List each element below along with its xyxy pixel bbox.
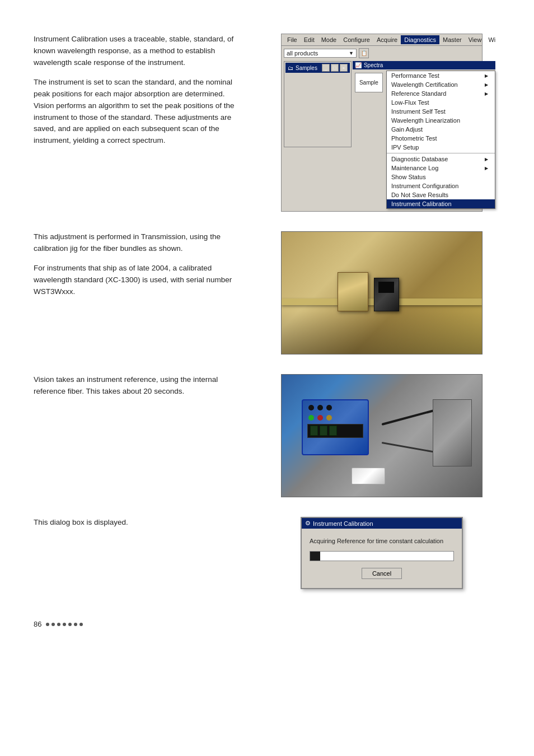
menu-item-photometric[interactable]: Photometric Test: [387, 134, 495, 143]
show-status-label: Show Status: [391, 174, 426, 180]
light-1: [308, 405, 314, 410]
dot-1: [46, 623, 49, 626]
product-combo[interactable]: all products ▼: [284, 49, 357, 58]
menu-view[interactable]: View: [465, 35, 485, 44]
menu-item-do-not-save[interactable]: Do Not Save Results: [387, 190, 495, 199]
wavelength-cert-arrow: ▶: [485, 82, 488, 87]
block-1-surface: [338, 273, 368, 311]
digit-1: [310, 426, 318, 436]
menu-file[interactable]: File: [284, 35, 301, 44]
light-6: [326, 415, 332, 421]
panel-display: [307, 424, 363, 438]
block-2-sensor: [374, 278, 399, 311]
section-1: Instrument Calibration uses a traceable,…: [34, 34, 500, 212]
page-number-row: 86: [34, 609, 500, 628]
white-device: [352, 468, 385, 484]
dialog-title-bar: ⚙ Instrument Calibration: [302, 518, 462, 529]
instrument-ref-image: [263, 374, 500, 497]
menu-item-low-flux[interactable]: Low-Flux Test: [387, 98, 495, 107]
panel-btn-restore[interactable]: □: [331, 64, 339, 72]
copy-icon-btn[interactable]: 📋: [359, 48, 369, 58]
menu-item-self-test[interactable]: Instrument Self Test: [387, 107, 495, 116]
menu-item-ipv[interactable]: IPV Setup: [387, 143, 495, 152]
samples-panel-title: 🗂 Samples _ □ ×: [285, 63, 350, 73]
combo-value: all products: [287, 50, 318, 57]
display-digits: [310, 426, 337, 436]
diagnostic-db-arrow: ▶: [485, 157, 488, 162]
sw-main-layout: 🗂 Samples _ □ ×: [284, 61, 480, 209]
menu-item-reference-standard[interactable]: Reference Standard ▶: [387, 89, 495, 98]
dialog-container: ⚙ Instrument Calibration Acquiring Refer…: [263, 517, 500, 589]
page-dots: [46, 623, 83, 626]
menu-diagnostics[interactable]: Diagnostics: [401, 35, 439, 44]
menu-item-show-status[interactable]: Show Status: [387, 172, 495, 181]
menu-mode[interactable]: Mode: [318, 35, 340, 44]
panel-btn-min[interactable]: _: [322, 64, 330, 72]
gain-adjust-label: Gain Adjust: [391, 126, 423, 133]
instrument-config-label: Instrument Configuration: [391, 183, 458, 189]
menu-item-performance-test[interactable]: Performance Test ▶: [387, 71, 495, 80]
instrument-ref-photo: [281, 374, 483, 497]
paragraph-3: This adjustment is performed in Transmis…: [34, 231, 246, 255]
diagnostics-dropdown: Performance Test ▶ Wavelength Certificat…: [386, 71, 495, 209]
performance-test-arrow: ▶: [485, 73, 488, 78]
text-block-4: This dialog box is displayed.: [34, 517, 246, 589]
reference-standard-arrow: ▶: [485, 91, 488, 96]
menu-configure[interactable]: Configure: [340, 35, 373, 44]
photometric-label: Photometric Test: [391, 135, 437, 142]
menu-acquire[interactable]: Acquire: [373, 35, 401, 44]
menu-item-maintenance-log[interactable]: Maintenance Log ▶: [387, 164, 495, 172]
reference-standard-label: Reference Standard: [391, 90, 446, 97]
do-not-save-label: Do Not Save Results: [391, 192, 448, 198]
dot-3: [57, 623, 60, 626]
dot-4: [63, 623, 66, 626]
menu-item-diagnostic-db[interactable]: Diagnostic Database ▶: [387, 155, 495, 164]
sw-left-panel: 🗂 Samples _ □ ×: [284, 61, 352, 209]
software-window: File Edit Mode Configure Acquire Diagnos…: [281, 34, 483, 212]
maintenance-log-label: Maintenance Log: [391, 165, 438, 171]
page: Instrument Calibration uses a traceable,…: [0, 0, 534, 662]
menu-item-instrument-config[interactable]: Instrument Configuration: [387, 181, 495, 190]
section-2: This adjustment is performed in Transmis…: [34, 231, 500, 354]
menu-item-gain-adjust[interactable]: Gain Adjust: [387, 125, 495, 134]
dialog-message: Acquiring Reference for time constant ca…: [310, 538, 454, 544]
progress-bar: [310, 551, 454, 561]
paragraph-1: Instrument Calibration uses a traceable,…: [34, 34, 246, 69]
light-2: [317, 405, 323, 410]
paragraph-5: Vision takes an instrument reference, us…: [34, 374, 246, 398]
menu-item-wavelength-lin[interactable]: Wavelength Linearization: [387, 116, 495, 125]
sample-label: Sample: [359, 80, 378, 86]
light-5: [317, 415, 323, 421]
spectra-content: Sample Performance Test ▶ Wavele: [353, 71, 495, 209]
menu-wi[interactable]: Wi: [485, 35, 499, 44]
progress-fill: [310, 552, 320, 561]
dropdown-separator-1: [387, 153, 495, 153]
dot-2: [51, 623, 55, 626]
maintenance-log-arrow: ▶: [485, 166, 488, 171]
cancel-button[interactable]: Cancel: [362, 568, 402, 579]
software-screenshot-container: File Edit Mode Configure Acquire Diagnos…: [263, 34, 500, 212]
menu-item-wavelength-certification[interactable]: Wavelength Certification ▶: [387, 80, 495, 89]
samples-panel: 🗂 Samples _ □ ×: [284, 61, 352, 147]
menu-master[interactable]: Master: [439, 35, 465, 44]
calibration-jig-image: [263, 231, 500, 354]
sample-area: Sample: [355, 73, 383, 92]
light-3: [326, 405, 332, 410]
cable-2: [382, 442, 437, 453]
text-block-1: Instrument Calibration uses a traceable,…: [34, 34, 246, 212]
sw-toolbar: all products ▼ 📋: [284, 48, 480, 58]
panel-btn-close[interactable]: ×: [340, 64, 348, 72]
performance-test-label: Performance Test: [391, 72, 439, 79]
paragraph-4: For instruments that ship as of late 200…: [34, 263, 246, 298]
menu-edit[interactable]: Edit: [301, 35, 318, 44]
menu-item-instrument-cal[interactable]: Instrument Calibration: [387, 199, 495, 208]
diagnostic-db-label: Diagnostic Database: [391, 156, 448, 162]
low-flux-label: Low-Flux Test: [391, 99, 429, 106]
spectra-label: Spectra: [364, 62, 383, 68]
wavelength-cert-label: Wavelength Certification: [391, 81, 458, 88]
blue-panel: [302, 399, 369, 455]
section-3: Vision takes an instrument reference, us…: [34, 374, 500, 497]
block-1: [338, 272, 368, 311]
sensor-face: [378, 282, 394, 293]
paragraph-6: This dialog box is displayed.: [34, 517, 246, 529]
